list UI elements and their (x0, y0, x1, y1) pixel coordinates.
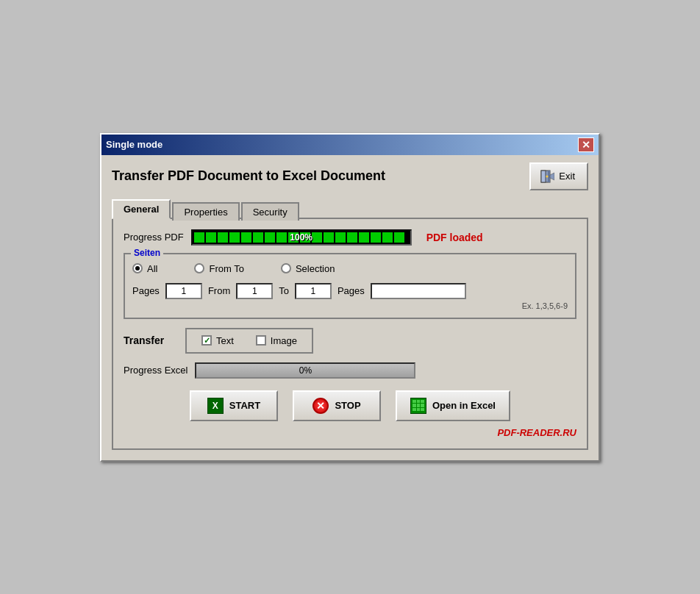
pages-label: Pages (132, 285, 160, 296)
pages-input[interactable] (165, 283, 202, 299)
seg18 (394, 232, 404, 243)
progress-pdf-bar: 100% (191, 229, 412, 246)
checkbox-image-label: Image (271, 335, 297, 346)
progress-excel-label: Progress Excel (124, 365, 188, 376)
tab-properties[interactable]: Properties (172, 202, 239, 221)
pages-row: Pages From To Pages (132, 283, 568, 299)
radio-fromto-circle (194, 263, 204, 273)
progress-excel-value: 0% (299, 365, 312, 376)
app-title: Transfer PDF Document to Excel Document (112, 168, 385, 184)
seg5 (241, 232, 251, 243)
seg16 (371, 232, 381, 243)
window-title: Single mode (106, 139, 162, 150)
transfer-label: Transfer (124, 334, 175, 346)
to-label: To (279, 285, 289, 296)
title-bar-text: Single mode (106, 139, 162, 150)
start-button[interactable]: START (190, 390, 278, 421)
exit-button-label: Exit (559, 171, 575, 182)
seiten-group: Seiten All From To Selection (124, 253, 576, 319)
seg7 (265, 232, 275, 243)
radio-fromto[interactable]: From To (194, 263, 243, 274)
radio-row: All From To Selection (132, 263, 568, 274)
tab-general[interactable]: General (112, 199, 171, 219)
close-icon: ✕ (582, 140, 590, 150)
seg2 (206, 232, 216, 243)
ex-text: Ex. 1,3,5,6-9 (132, 301, 568, 310)
watermark: PDF-READER.RU (124, 427, 576, 438)
tab-content: Progress PDF (112, 219, 588, 450)
checkbox-text-label: Text (216, 335, 234, 346)
seg14 (347, 232, 357, 243)
radio-all-circle (132, 263, 143, 273)
seiten-title: Seiten (131, 248, 163, 258)
to-input[interactable] (295, 283, 332, 299)
open-excel-icon (410, 398, 426, 414)
window-body: Transfer PDF Document to Excel Document … (101, 155, 599, 460)
tab-security[interactable]: Security (241, 202, 299, 221)
close-button[interactable]: ✕ (578, 137, 594, 152)
progress-excel-bar: 0% (195, 362, 415, 379)
pages2-input[interactable] (371, 283, 466, 299)
radio-selection-circle (281, 263, 291, 273)
open-excel-button[interactable]: Open in Excel (396, 390, 510, 421)
radio-fromto-label: From To (209, 263, 243, 274)
svg-rect-1 (541, 171, 546, 182)
header-row: Transfer PDF Document to Excel Document … (112, 162, 588, 190)
tab-strip: General Properties Security (112, 198, 588, 219)
from-label: From (208, 285, 230, 296)
start-button-label: START (229, 400, 260, 411)
seg1 (194, 232, 204, 243)
seg15 (359, 232, 369, 243)
svg-point-3 (546, 175, 549, 177)
seg12 (324, 232, 334, 243)
seg17 (382, 232, 393, 243)
seg9 (288, 232, 299, 243)
radio-all-label: All (147, 263, 157, 274)
seg3 (218, 232, 228, 243)
checkbox-image[interactable]: Image (256, 335, 297, 346)
seg13 (335, 232, 346, 243)
radio-selection-label: Selection (296, 263, 335, 274)
checkbox-text-square (201, 335, 212, 346)
svg-marker-4 (550, 173, 554, 180)
progress-excel-row: Progress Excel 0% (124, 362, 576, 379)
checkbox-image-square (256, 335, 266, 346)
seg11 (312, 232, 322, 243)
progress-pdf-row: Progress PDF (124, 229, 576, 246)
pdf-loaded-text: PDF loaded (426, 232, 483, 243)
buttons-row: START ✕ STOP (124, 390, 576, 421)
stop-button[interactable]: ✕ STOP (293, 390, 381, 421)
seg8 (276, 232, 287, 243)
stop-icon: ✕ (312, 398, 329, 414)
main-window: Single mode ✕ Transfer PDF Document to E… (100, 133, 600, 462)
radio-selection[interactable]: Selection (281, 263, 335, 274)
progress-pdf-segments (191, 229, 412, 246)
seg4 (229, 232, 240, 243)
open-excel-button-label: Open in Excel (432, 400, 496, 411)
checkbox-text[interactable]: Text (201, 335, 234, 346)
seg6 (253, 232, 263, 243)
seg10 (300, 232, 310, 243)
stop-button-label: STOP (335, 400, 360, 411)
door-icon (538, 168, 554, 185)
title-bar: Single mode ✕ (101, 135, 599, 155)
progress-pdf-label: Progress PDF (124, 232, 184, 243)
transfer-row: Transfer Text Image (124, 328, 576, 354)
from-input[interactable] (236, 283, 273, 299)
exit-button[interactable]: Exit (529, 162, 588, 190)
pages2-label: Pages (338, 285, 365, 296)
start-excel-icon (207, 398, 224, 414)
radio-all[interactable]: All (132, 263, 157, 274)
transfer-box: Text Image (185, 328, 313, 354)
